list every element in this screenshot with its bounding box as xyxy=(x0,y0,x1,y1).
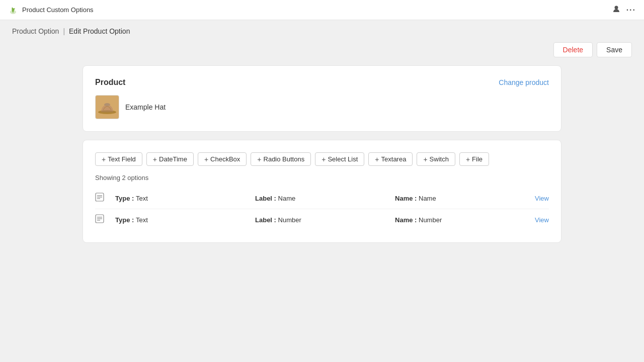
add-text-field-button[interactable]: + Text Field xyxy=(95,152,142,166)
option-btn-label: CheckBox xyxy=(210,155,240,163)
option-btn-label: File xyxy=(472,155,482,163)
app-logo xyxy=(8,5,18,15)
breadcrumb-parent[interactable]: Product Option xyxy=(12,27,59,35)
plus-icon: + xyxy=(321,156,326,163)
breadcrumb-separator: | xyxy=(63,27,65,35)
plus-icon: + xyxy=(153,156,157,163)
row-view-link[interactable]: View xyxy=(535,216,549,224)
row-label-field: Label : Number xyxy=(255,216,387,224)
product-thumbnail xyxy=(95,95,119,119)
delete-button[interactable]: Delete xyxy=(553,42,593,57)
table-row: Type : Text Label : Number Name : Number… xyxy=(95,209,549,230)
user-icon[interactable] xyxy=(612,5,620,15)
options-count: Showing 2 options xyxy=(95,174,549,182)
change-product-link[interactable]: Change product xyxy=(499,78,549,86)
add-datetime-button[interactable]: + DateTime xyxy=(146,152,194,166)
plus-icon: + xyxy=(375,156,379,163)
product-item: Example Hat xyxy=(95,95,549,119)
option-btn-label: Switch xyxy=(430,155,449,163)
row-name-field: Name : Number xyxy=(395,216,527,224)
option-btn-label: Radio Buttons xyxy=(264,155,305,163)
action-bar: Delete Save xyxy=(0,42,644,65)
main-content: Product Change product Example Hat + xyxy=(70,65,574,243)
plus-icon: + xyxy=(466,156,470,163)
svg-point-4 xyxy=(104,103,110,106)
row-type-field: Type : Text xyxy=(115,216,247,224)
more-options-icon[interactable]: ··· xyxy=(626,6,636,15)
app-title: Product Custom Options xyxy=(22,6,94,14)
topbar: Product Custom Options ··· xyxy=(0,0,644,20)
svg-point-1 xyxy=(614,6,618,9)
add-file-button[interactable]: + File xyxy=(459,152,489,166)
option-btn-label: Select List xyxy=(328,155,358,163)
add-checkbox-button[interactable]: + CheckBox xyxy=(198,152,247,166)
row-type-icon xyxy=(95,193,107,204)
options-card: + Text Field + DateTime + CheckBox + Rad… xyxy=(83,140,561,243)
plus-icon: + xyxy=(102,156,106,163)
topbar-actions: ··· xyxy=(612,5,636,15)
breadcrumb-current: Edit Product Option xyxy=(69,27,130,35)
plus-icon: + xyxy=(257,156,261,163)
plus-icon: + xyxy=(204,156,208,163)
row-type-field: Type : Text xyxy=(115,195,247,202)
product-card-title: Product xyxy=(95,78,125,87)
product-card: Product Change product Example Hat xyxy=(83,65,561,132)
row-name-field: Name : Name xyxy=(395,195,527,202)
product-name: Example Hat xyxy=(125,103,166,111)
options-toolbar: + Text Field + DateTime + CheckBox + Rad… xyxy=(95,152,549,166)
add-textarea-button[interactable]: + Textarea xyxy=(368,152,413,166)
add-radio-buttons-button[interactable]: + Radio Buttons xyxy=(251,152,311,166)
breadcrumb: Product Option | Edit Product Option xyxy=(0,20,644,42)
svg-point-3 xyxy=(98,111,116,114)
row-type-icon xyxy=(95,214,107,225)
table-row: Type : Text Label : Name Name : Name Vie… xyxy=(95,188,549,209)
row-view-link[interactable]: View xyxy=(535,195,549,202)
save-button[interactable]: Save xyxy=(597,42,632,57)
product-card-header: Product Change product xyxy=(95,78,549,87)
option-btn-label: DateTime xyxy=(159,155,187,163)
option-btn-label: Text Field xyxy=(108,155,136,163)
add-switch-button[interactable]: + Switch xyxy=(417,152,455,166)
plus-icon: + xyxy=(423,156,427,163)
option-btn-label: Textarea xyxy=(381,155,407,163)
row-label-field: Label : Name xyxy=(255,195,387,202)
add-select-list-button[interactable]: + Select List xyxy=(315,152,364,166)
